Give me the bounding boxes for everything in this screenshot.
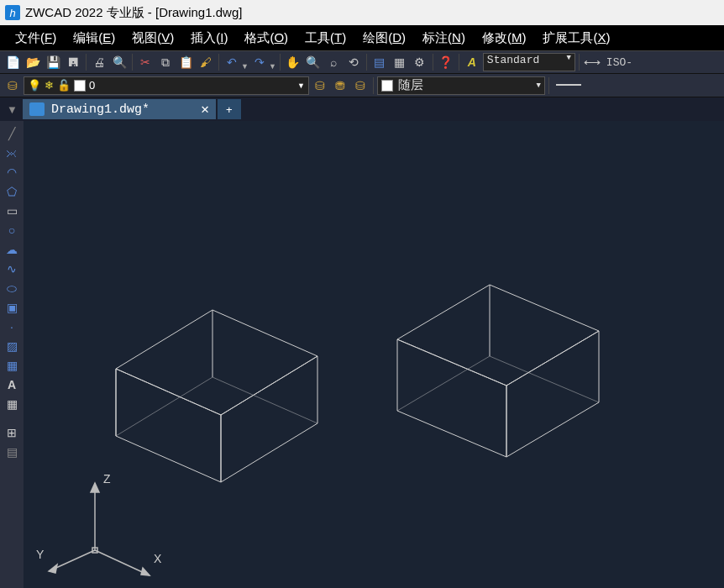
menu-extend[interactable]: 扩展工具(X) xyxy=(534,27,618,50)
grid-tool-button[interactable]: ⊞ xyxy=(3,423,21,442)
svg-marker-0 xyxy=(116,310,317,415)
menu-format[interactable]: 格式(O) xyxy=(236,27,296,50)
layer-select[interactable]: 💡 ❄ 🔓 0 ▼ xyxy=(24,76,309,95)
toolbar-separator xyxy=(433,54,433,71)
toolbar-separator xyxy=(579,54,580,71)
design-center-button[interactable]: ▦ xyxy=(391,53,409,71)
pan-button[interactable]: ✋ xyxy=(284,53,302,71)
svg-marker-8 xyxy=(397,339,506,457)
menu-draw[interactable]: 绘图(D) xyxy=(354,27,414,50)
window-title: ZWCAD 2022 专业版 - [Drawing1.dwg] xyxy=(25,5,242,21)
menu-edit[interactable]: 编辑(E) xyxy=(65,27,123,50)
cloud-tool-button[interactable]: ☁ xyxy=(3,240,21,259)
text-style-select[interactable]: Standard ▼ xyxy=(483,53,575,71)
standard-toolbar: 📄 📂 💾 🖪 🖨 🔍 ✂ ⧉ 📋 🖌 ↶ ▼ ↷ ▼ ✋ 🔍 ⌕ ⟲ ▤ ▦ … xyxy=(0,50,724,74)
new-tab-button[interactable]: + xyxy=(218,99,241,119)
lineweight-preview[interactable] xyxy=(556,84,581,87)
paste-button[interactable]: 📋 xyxy=(176,53,195,71)
open-file-button[interactable]: 📂 xyxy=(24,53,42,71)
svg-marker-14 xyxy=(141,568,150,575)
print-button[interactable]: 🖨 xyxy=(90,53,108,71)
circle-tool-button[interactable]: ○ xyxy=(3,221,21,239)
redo-dropdown-icon[interactable]: ▼ xyxy=(269,62,276,73)
svg-marker-2 xyxy=(221,356,317,482)
layer-toolbar: ⛁ 💡 ❄ 🔓 0 ▼ ⛁ ⛃ ⛁ 随层 ▼ xyxy=(0,74,724,97)
cut-button[interactable]: ✂ xyxy=(136,53,155,71)
linetype-label: ISO- xyxy=(606,56,632,69)
hatch-tool-button[interactable]: ▨ xyxy=(3,337,21,355)
polyline-tool-button[interactable]: ⩙ xyxy=(3,144,21,162)
bylayer-color-select[interactable]: 随层 ▼ xyxy=(377,76,545,95)
toolbar-separator xyxy=(132,54,133,71)
text-tool-button[interactable]: A xyxy=(3,375,21,394)
close-tab-button[interactable]: ✕ xyxy=(201,101,209,118)
menu-insert[interactable]: 插入(I) xyxy=(182,27,236,50)
ucs-gizmo: X Y Z xyxy=(24,462,191,588)
menu-dim[interactable]: 标注(N) xyxy=(414,27,474,50)
document-tab-label: Drawing1.dwg* xyxy=(51,102,150,117)
document-tabbar: ▼ Drawing1.dwg* ✕ + xyxy=(0,97,724,121)
polygon-tool-button[interactable]: ⬠ xyxy=(3,182,21,201)
axis-x-label: X xyxy=(154,552,162,565)
text-style-value: Standard xyxy=(487,54,539,66)
dwg-file-icon xyxy=(29,102,45,116)
print-preview-button[interactable]: 🔍 xyxy=(110,53,129,71)
toolbar-separator xyxy=(86,54,87,71)
copy-button[interactable]: ⧉ xyxy=(156,53,175,71)
sheet-tool-button[interactable]: ▤ xyxy=(3,443,21,461)
layer-tool-1-button[interactable]: ⛁ xyxy=(311,76,329,95)
toolbar-separator xyxy=(548,77,549,94)
properties-button[interactable]: ▤ xyxy=(370,53,389,71)
undo-button[interactable]: ↶ xyxy=(223,53,241,71)
toolbar-separator xyxy=(366,54,367,71)
table-tool-button[interactable]: ▦ xyxy=(3,395,21,413)
svg-line-11 xyxy=(397,356,490,411)
new-file-button[interactable]: 📄 xyxy=(3,53,22,71)
line-tool-button[interactable]: ╱ xyxy=(3,124,21,143)
layer-tool-2-button[interactable]: ⛃ xyxy=(331,76,349,95)
tablist-handle[interactable]: ▼ xyxy=(3,103,21,116)
svg-marker-9 xyxy=(506,331,599,457)
document-tab[interactable]: Drawing1.dwg* ✕ xyxy=(23,99,216,119)
tool-palettes-button[interactable]: ⚙ xyxy=(411,53,429,71)
layer-tool-3-button[interactable]: ⛁ xyxy=(351,76,370,95)
menu-file[interactable]: 文件(F) xyxy=(7,27,65,50)
spline-tool-button[interactable]: ∿ xyxy=(3,260,21,278)
menu-tools[interactable]: 工具(T) xyxy=(296,27,354,50)
text-style-button[interactable]: A xyxy=(463,53,481,71)
arc-tool-button[interactable]: ◠ xyxy=(3,163,21,181)
svg-marker-7 xyxy=(397,285,599,386)
bulb-icon: 💡 xyxy=(28,79,41,92)
lock-icon: 🔓 xyxy=(57,79,71,92)
zoom-window-button[interactable]: ⌕ xyxy=(324,53,343,71)
rectangle-tool-button[interactable]: ▭ xyxy=(3,202,21,220)
region-tool-button[interactable]: ▦ xyxy=(3,356,21,375)
dropdown-icon: ▼ xyxy=(537,81,541,90)
ellipse-tool-button[interactable]: ⬭ xyxy=(3,279,21,297)
menu-view[interactable]: 视图(V) xyxy=(123,27,182,50)
svg-line-6 xyxy=(212,377,317,423)
svg-marker-16 xyxy=(49,564,57,573)
dropdown-icon: ▼ xyxy=(297,81,305,90)
undo-dropdown-icon[interactable]: ▼ xyxy=(241,62,249,73)
toolbar-separator xyxy=(459,54,459,71)
svg-line-5 xyxy=(116,377,212,436)
save-button[interactable]: 💾 xyxy=(44,53,62,71)
block-tool-button[interactable]: ▣ xyxy=(3,298,21,317)
color-swatch xyxy=(381,80,393,92)
saveas-button[interactable]: 🖪 xyxy=(64,53,82,71)
redo-button[interactable]: ↷ xyxy=(250,53,269,71)
zoom-previous-button[interactable]: ⟲ xyxy=(344,53,363,71)
titlebar: h ZWCAD 2022 专业版 - [Drawing1.dwg] xyxy=(0,0,724,25)
layer-manager-button[interactable]: ⛁ xyxy=(3,76,22,95)
drawing-canvas[interactable]: X Y Z xyxy=(24,121,724,588)
toolbar-separator xyxy=(218,54,219,71)
match-properties-button[interactable]: 🖌 xyxy=(197,53,215,71)
svg-marker-18 xyxy=(91,483,99,492)
dim-style-button[interactable]: ⟷ xyxy=(583,53,601,71)
point-tool-button[interactable]: · xyxy=(3,318,21,336)
menu-modify[interactable]: 修改(M) xyxy=(474,27,535,50)
zoom-realtime-button[interactable]: 🔍 xyxy=(304,53,323,71)
help-button[interactable]: ❓ xyxy=(437,53,455,71)
main-area: ╱ ⩙ ◠ ⬠ ▭ ○ ☁ ∿ ⬭ ▣ · ▨ ▦ A ▦ ⊞ ▤ xyxy=(0,121,724,588)
